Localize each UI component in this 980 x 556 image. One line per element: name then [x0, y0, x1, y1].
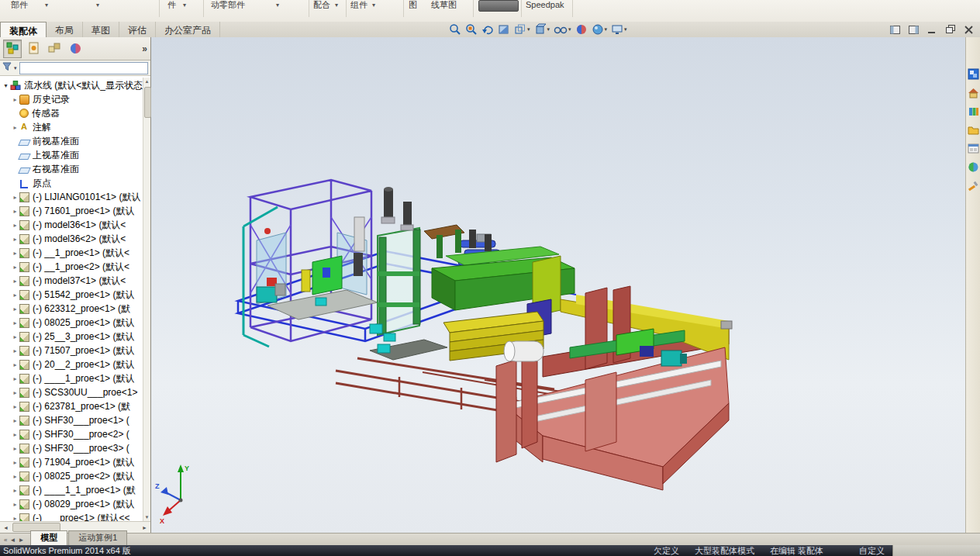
- hide-show-items-icon[interactable]: [553, 22, 572, 36]
- view-settings-icon[interactable]: [610, 22, 628, 36]
- expand-arrow[interactable]: [11, 473, 19, 480]
- expand-arrow[interactable]: [11, 487, 19, 494]
- design-library-icon[interactable]: [968, 105, 979, 117]
- tree-item[interactable]: 原点: [0, 176, 143, 190]
- expand-arrow[interactable]: [11, 389, 19, 396]
- scroll-right-icon[interactable]: [139, 525, 150, 530]
- tree-item[interactable]: (-) model36<2> (默认<: [0, 232, 143, 246]
- speedpak-button-label[interactable]: Speedpak: [526, 0, 564, 11]
- expand-arrow[interactable]: [11, 417, 19, 424]
- dropdown-caret-icon[interactable]: [276, 2, 279, 9]
- custom-properties-icon[interactable]: [968, 180, 979, 192]
- commandmanager-tab[interactable]: 评估: [119, 22, 156, 37]
- ribbon-button-label[interactable]: 配合: [313, 0, 330, 11]
- tree-item[interactable]: (-) SHF30___proe<1> (: [0, 413, 143, 427]
- tree-item[interactable]: (-) 08025_proe<2> (默认: [0, 469, 143, 483]
- expand-arrow[interactable]: [11, 375, 19, 382]
- model-tab[interactable]: 模型: [30, 530, 67, 545]
- tree-item[interactable]: 历史记录: [0, 92, 143, 106]
- expand-arrow[interactable]: [11, 264, 19, 271]
- tree-vertical-scrollbar[interactable]: [143, 78, 150, 521]
- expand-arrow[interactable]: [11, 236, 19, 243]
- tree-item[interactable]: 上视基准面: [0, 148, 143, 162]
- expand-arrow[interactable]: [11, 96, 19, 103]
- tree-item[interactable]: 注解: [0, 120, 143, 134]
- home-icon[interactable]: [968, 87, 979, 98]
- expand-arrow[interactable]: [11, 515, 19, 522]
- expand-arrow[interactable]: [11, 459, 19, 466]
- status-customize[interactable]: 自定义: [859, 545, 885, 556]
- expand-arrow[interactable]: [11, 278, 19, 285]
- tree-item[interactable]: (-) ___proe<1> (默认<<: [0, 511, 143, 521]
- commandmanager-tab[interactable]: 办公室产品: [156, 22, 220, 37]
- zoom-fit-icon[interactable]: [448, 22, 462, 36]
- edit-appearance-icon[interactable]: [575, 22, 588, 36]
- ribbon-button-label[interactable]: 组件: [350, 0, 368, 11]
- panel-expand-chevron-icon[interactable]: [142, 43, 147, 54]
- view-orientation-icon[interactable]: [513, 22, 531, 36]
- scroll-left-icon[interactable]: [0, 525, 12, 530]
- expand-arrow[interactable]: [11, 333, 19, 340]
- dock-left-icon[interactable]: [889, 24, 901, 35]
- ribbon-button-label[interactable]: 部件: [11, 0, 28, 11]
- scroll-up-icon[interactable]: [143, 78, 150, 85]
- graphics-viewport[interactable]: Y Z X: [151, 37, 965, 533]
- tree-item[interactable]: 传感器: [0, 106, 143, 120]
- expand-arrow[interactable]: [11, 319, 19, 326]
- tree-item[interactable]: (-) 08029_proe<1> (默认: [0, 497, 143, 511]
- configurationmanager-tab[interactable]: [45, 40, 64, 58]
- tree-item[interactable]: (-) 08025_proe<1> (默认: [0, 316, 143, 330]
- solidworks-resources-icon[interactable]: [968, 68, 979, 80]
- expand-arrow[interactable]: [11, 445, 19, 452]
- expand-arrow[interactable]: [2, 82, 10, 89]
- tree-item[interactable]: (-) ____1_proe<1> (默认: [0, 371, 143, 385]
- filter-funnel-icon[interactable]: [2, 62, 12, 74]
- tree-item[interactable]: (-) 623781_proe<1> (默: [0, 399, 143, 413]
- tree-filter-input[interactable]: [19, 62, 148, 74]
- expand-arrow[interactable]: [11, 501, 19, 508]
- model-tab[interactable]: 运动算例1: [68, 530, 127, 545]
- assembly-3d-model[interactable]: Y Z X: [151, 37, 965, 533]
- commandmanager-tab[interactable]: 装配体: [0, 22, 47, 37]
- expand-arrow[interactable]: [11, 208, 19, 215]
- dock-right-icon[interactable]: [907, 24, 920, 35]
- dropdown-caret-icon[interactable]: [335, 2, 338, 9]
- tree-item[interactable]: (-) 71601_proe<1> (默认: [0, 204, 143, 218]
- scroll-prev-icon[interactable]: [9, 537, 16, 544]
- scroll-next-icon[interactable]: [18, 537, 24, 544]
- tree-item[interactable]: (-) 623312_proe<1> (默: [0, 302, 143, 316]
- tree-item[interactable]: (-) SCS30UU___proe<1>: [0, 385, 143, 399]
- restore-icon[interactable]: [944, 24, 957, 35]
- tree-item[interactable]: (-) ____1_1_proe<1> (默: [0, 483, 143, 497]
- expand-arrow[interactable]: [11, 403, 19, 410]
- expand-arrow[interactable]: [11, 250, 19, 257]
- dropdown-caret-icon[interactable]: [96, 2, 99, 9]
- tree-item[interactable]: (-) SHF30___proe<2> (: [0, 427, 143, 441]
- ribbon-button-label[interactable]: 件: [167, 0, 176, 11]
- expand-arrow[interactable]: [11, 292, 19, 299]
- tree-item[interactable]: 前视基准面: [0, 134, 143, 148]
- displaymanager-tab[interactable]: [66, 40, 85, 58]
- commandmanager-tab[interactable]: 草图: [83, 22, 119, 37]
- view-palette-icon[interactable]: [968, 143, 979, 154]
- dropdown-caret-icon[interactable]: [45, 2, 48, 9]
- tree-item[interactable]: (-) __1_proe<2> (默认<: [0, 260, 143, 274]
- expand-arrow[interactable]: [11, 361, 19, 368]
- ribbon-button-label[interactable]: 图: [409, 0, 417, 11]
- zoom-area-icon[interactable]: [464, 22, 478, 36]
- featuremanager-tree-tab[interactable]: [3, 40, 22, 58]
- expand-arrow[interactable]: [11, 124, 19, 131]
- appearances-scenes-icon[interactable]: [968, 161, 979, 173]
- file-explorer-icon[interactable]: [968, 124, 979, 136]
- dropdown-caret-icon[interactable]: [183, 2, 186, 9]
- tree-item[interactable]: (-) SHF30___proe<3> (: [0, 441, 143, 455]
- expand-arrow[interactable]: [11, 222, 19, 229]
- tree-item[interactable]: (-) 25__3_proe<1> (默认: [0, 330, 143, 344]
- tree-item[interactable]: (-) 71904_proe<1> (默认: [0, 455, 143, 469]
- tree-item[interactable]: (-) model37<1> (默认<: [0, 274, 143, 288]
- display-style-icon[interactable]: [533, 22, 551, 36]
- expand-arrow[interactable]: [11, 194, 19, 201]
- previous-view-icon[interactable]: [481, 22, 495, 36]
- propertymanager-tab[interactable]: [24, 40, 43, 58]
- expand-arrow[interactable]: [11, 306, 19, 313]
